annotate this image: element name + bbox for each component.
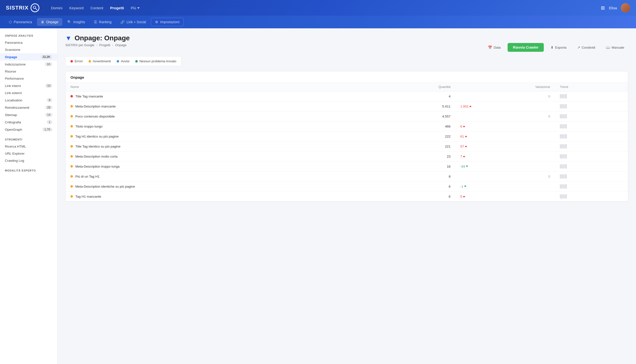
sidebar-item-onpage[interactable]: Onpage 22,2K — [0, 53, 57, 60]
table-row[interactable]: Title Tag mancante 4 0 — [66, 91, 628, 102]
trend-bar-segment — [560, 94, 561, 98]
sidebar-item-crawling-log[interactable]: Crawling Log — [0, 157, 57, 164]
triangle-up-icon — [463, 156, 465, 157]
row-label: Poco contenuto disponibile — [75, 114, 115, 118]
sidebar-item-label: Sitemap — [5, 113, 17, 117]
subnav-onpage[interactable]: 🖥 Onpage — [37, 18, 62, 26]
legend-avvisi[interactable]: Avvisi — [117, 59, 129, 63]
logo[interactable]: SISTRIX — [6, 4, 39, 12]
legend-errori[interactable]: Errori — [70, 59, 83, 63]
data-button[interactable]: 📅 Data — [484, 44, 505, 51]
trend-bar-segment — [561, 134, 562, 138]
sidebar-item-sitemap[interactable]: Sitemap 14 — [0, 111, 57, 118]
row-label: Title Tag mancante — [75, 94, 103, 98]
subnav-panoramica[interactable]: ⬡ Panoramica — [5, 18, 36, 26]
cell-qty: 6 — [367, 182, 455, 192]
row-label: Tag H1 mancante — [75, 195, 101, 198]
share-button-label: Condividi — [582, 46, 595, 49]
table-row[interactable]: Meta-Description mancante 5.411 1.001 — [66, 102, 628, 112]
nav-domini[interactable]: Domini — [51, 6, 63, 10]
variation-value: 0 — [548, 94, 550, 98]
cell-variation: 0 — [456, 112, 555, 122]
yellow-dot — [89, 60, 91, 62]
subnav-impostazioni[interactable]: ⚙ Impostazioni — [151, 18, 184, 26]
nav-progetti[interactable]: Progetti — [110, 6, 124, 10]
avatar[interactable] — [621, 3, 630, 12]
sidebar-item-performance[interactable]: Performance — [0, 75, 57, 82]
sidebar-item-risorse[interactable]: Risorse — [0, 68, 57, 75]
trend-bar-segment — [566, 104, 567, 108]
subnav-onpage-label: Onpage — [46, 20, 59, 24]
breadcrumb-progetti[interactable]: Progetti — [99, 43, 110, 47]
col-trend: Trend — [555, 82, 628, 91]
cell-qty: 4.557 — [367, 112, 455, 122]
grid-icon[interactable]: ⊞ — [601, 5, 605, 11]
subnav-ranking[interactable]: ☰ Ranking — [90, 18, 115, 26]
crawler-button[interactable]: Riavvia Crawler — [508, 43, 544, 52]
cell-variation: 0 — [456, 91, 555, 102]
legend-avvertimenti[interactable]: Avvertimenti — [89, 59, 111, 63]
trend-bar-segment — [566, 164, 567, 168]
trend-bar-segment — [562, 104, 563, 108]
sidebar-item-url-explorer[interactable]: URL Explorer — [0, 150, 57, 157]
breadcrumb-sistrix[interactable]: SISTRIX per Google — [65, 43, 94, 47]
table-row[interactable]: Meta-Description molto corta 23 7 — [66, 152, 628, 162]
table-row[interactable]: Tag H1 mancante 6 5 — [66, 192, 628, 202]
trend-bar-segment — [561, 104, 562, 108]
row-dot — [70, 135, 73, 138]
legend-nessun-problema[interactable]: Nessun problema trovato — [135, 59, 176, 63]
breadcrumb-onpage[interactable]: Onpage — [115, 43, 126, 47]
nav-keyword[interactable]: Keyword — [69, 6, 83, 10]
trend-bar-segment — [561, 124, 562, 128]
table-row[interactable]: Meta-Description identiche su più pagine… — [66, 182, 628, 192]
col-quantita: Quantità — [367, 82, 455, 91]
share-button[interactable]: ↗ Condividi — [573, 44, 599, 51]
table-row[interactable]: Tag H1 identico su più pagine 222 61 — [66, 132, 628, 142]
trend-bar-segment — [561, 114, 562, 118]
sidebar-item-scansione[interactable]: Scansione — [0, 46, 57, 53]
trend-bar — [560, 194, 623, 198]
trend-bar — [560, 134, 623, 138]
sidebar-item-opengraph[interactable]: OpenGraph 1,7K — [0, 126, 57, 133]
export-button[interactable]: ⬇ Esporta — [547, 44, 570, 51]
table-row[interactable]: Meta-Description troppo lunga 16 -93 — [66, 162, 628, 172]
nav-content[interactable]: Content — [91, 6, 103, 10]
table-row[interactable]: Più di un Tag H1 8 0 — [66, 172, 628, 182]
trend-bar — [560, 104, 623, 108]
trend-bar — [560, 114, 623, 118]
trend-bar-segment — [560, 154, 561, 158]
cell-qty: 221 — [367, 142, 455, 152]
trend-bar-segment — [566, 114, 567, 118]
trend-bar-segment — [562, 154, 563, 158]
cell-variation: 6 — [456, 122, 555, 132]
sidebar-item-ricerca-html[interactable]: Ricerca HTML — [0, 143, 57, 150]
list-icon: ☰ — [94, 20, 97, 24]
sidebar-item-label: Onpage — [5, 55, 17, 59]
nav-piu[interactable]: Più — [131, 6, 140, 10]
cell-qty: 6 — [367, 192, 455, 202]
trend-bar-segment — [562, 174, 563, 178]
sidebar-item-crittografia[interactable]: Crittografia 1 — [0, 118, 57, 126]
row-dot — [70, 115, 73, 118]
sidebar-item-link-interni[interactable]: Link interni 10 — [0, 82, 57, 90]
trend-bar-segment — [560, 134, 561, 138]
sidebar-item-localisation[interactable]: Localisation 8 — [0, 96, 57, 104]
trend-bar-segment — [564, 134, 564, 138]
trend-bar-segment — [566, 184, 567, 188]
table-row[interactable]: Poco contenuto disponibile 4.557 0 — [66, 112, 628, 122]
cell-variation: 57 — [456, 142, 555, 152]
sidebar-item-indicizzazione[interactable]: Indicizzazione 1K — [0, 60, 57, 68]
sidebar-item-reindirizzamenti[interactable]: Reindirizzamenti 28 — [0, 104, 57, 111]
subnav-insights[interactable]: 🔍 Insights — [63, 18, 89, 26]
table-row[interactable]: Title Tag identico su più pagine 221 57 — [66, 142, 628, 152]
sidebar-item-panoramica[interactable]: Panoramica — [0, 39, 57, 46]
manual-button[interactable]: 📖 Manuale — [602, 44, 628, 51]
trend-bar-segment — [562, 114, 563, 118]
cell-name: Meta-Description molto corta — [66, 152, 367, 162]
table-row[interactable]: Titolo troppo lungo 466 6 — [66, 122, 628, 132]
cell-trend — [555, 112, 628, 122]
red-dot — [70, 60, 73, 62]
sidebar-item-link-esterni[interactable]: Link esterni — [0, 90, 57, 96]
subnav-link-social[interactable]: 🔗 Link + Social — [116, 18, 150, 26]
cell-variation: 61 — [456, 132, 555, 142]
